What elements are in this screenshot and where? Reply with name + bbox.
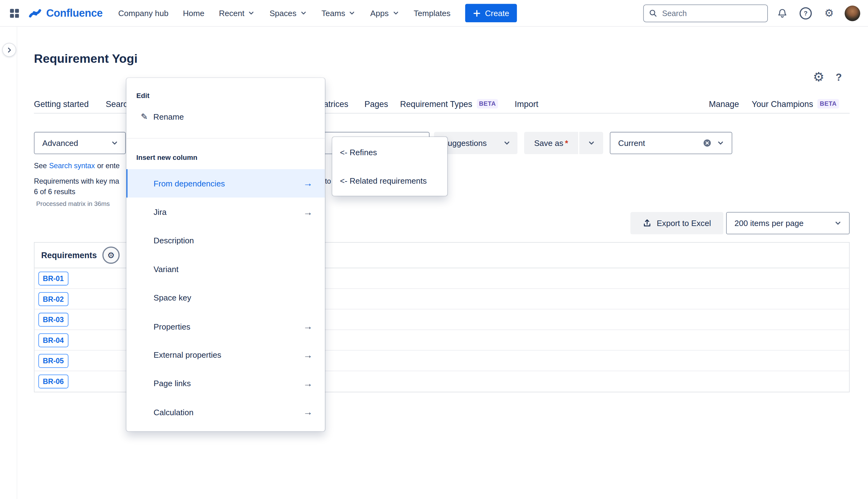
chevron-down-icon — [834, 219, 842, 227]
question-icon: ? — [800, 7, 812, 20]
gear-icon: ⚙ — [107, 251, 115, 259]
top-navigation: Confluence Company hub Home Recent Space… — [0, 0, 868, 27]
submenu-arrow-icon: → — [303, 179, 313, 188]
nav-templates[interactable]: Templates — [414, 9, 450, 17]
nav-company-hub[interactable]: Company hub — [118, 9, 169, 17]
menu-item-external-properties[interactable]: External properties→ — [126, 341, 325, 369]
page-size-select[interactable]: 200 items per page — [726, 212, 850, 234]
chevron-down-icon — [248, 10, 255, 17]
from-dependencies-submenu: <- Refines <- Related requirements — [332, 137, 448, 196]
menu-item-description[interactable]: Description — [126, 226, 325, 255]
question-icon: ? — [836, 72, 842, 83]
menu-section-edit: Edit — [136, 92, 149, 99]
tab-requirement-types[interactable]: Requirement Types BETA — [400, 99, 498, 109]
save-as-dropdown-button[interactable] — [579, 132, 603, 154]
query-summary-right: to — [325, 177, 331, 185]
chevron-down-icon — [392, 10, 399, 17]
baseline-scope-select[interactable]: Current — [610, 132, 732, 154]
tab-your-champions[interactable]: Your Champions BETA — [752, 99, 839, 109]
submenu-arrow-icon: → — [303, 407, 313, 417]
submenu-arrow-icon: → — [303, 207, 313, 217]
menu-item-properties[interactable]: Properties→ — [126, 312, 325, 341]
app-switcher-button[interactable] — [5, 4, 24, 22]
column-settings-menu: Edit ✎ Rename Insert new column From dep… — [126, 78, 325, 431]
search-syntax-hint: SeeSearch syntaxor ente — [34, 161, 120, 170]
page-settings-button[interactable]: ⚙ — [813, 71, 824, 84]
global-search[interactable] — [643, 4, 768, 22]
tab-pages[interactable]: Pages — [365, 99, 388, 109]
page-title: Requirement Yogi — [34, 52, 137, 66]
plus-icon — [473, 9, 480, 17]
gear-icon: ⚙ — [824, 8, 834, 18]
help-button[interactable]: ? — [797, 4, 815, 22]
menu-item-variant[interactable]: Variant — [126, 255, 325, 284]
search-icon — [649, 9, 657, 17]
nav-home[interactable]: Home — [183, 9, 205, 17]
requirement-key-link[interactable]: BR-02 — [38, 292, 68, 306]
gear-icon: ⚙ — [813, 70, 824, 84]
menu-item-calculation[interactable]: Calculation→ — [126, 398, 325, 427]
submenu-arrow-icon: → — [303, 350, 313, 360]
advanced-mode-select[interactable]: Advanced — [34, 132, 126, 154]
search-syntax-link[interactable]: Search syntax — [49, 161, 95, 170]
expand-sidebar-button[interactable] — [2, 43, 16, 57]
query-summary-left: Requirements with key ma — [34, 177, 119, 185]
requirement-key-link[interactable]: BR-04 — [38, 333, 68, 347]
clear-icon[interactable] — [702, 138, 712, 147]
requirement-key-link[interactable]: BR-01 — [38, 271, 68, 285]
chevron-right-icon — [5, 46, 13, 54]
confluence-app: Confluence Company hub Home Recent Space… — [0, 0, 868, 499]
profile-avatar[interactable] — [844, 5, 860, 21]
export-icon — [643, 219, 652, 228]
chevron-down-icon — [300, 10, 307, 17]
settings-button[interactable]: ⚙ — [820, 4, 838, 22]
requirement-key-link[interactable]: BR-06 — [38, 374, 68, 388]
requirement-key-link[interactable]: BR-03 — [38, 313, 68, 327]
requirements-column-header: Requirements — [41, 251, 97, 260]
confluence-logo-icon — [28, 6, 42, 21]
confluence-logo[interactable]: Confluence — [28, 6, 102, 21]
requirement-key-link[interactable]: BR-05 — [38, 354, 68, 368]
menu-item-space-key[interactable]: Space key — [126, 283, 325, 312]
column-settings-button[interactable]: ⚙ — [102, 246, 120, 264]
nav-teams[interactable]: Teams — [321, 9, 356, 17]
menu-item-list: From dependencies→ Jira→ Description Var… — [126, 169, 325, 427]
export-to-excel-button[interactable]: Export to Excel — [630, 212, 723, 234]
tab-import[interactable]: Import — [515, 99, 538, 109]
page-help-button[interactable]: ? — [836, 72, 842, 82]
required-indicator: * — [565, 138, 568, 147]
results-count: 6 of 6 results — [34, 188, 75, 196]
bell-icon — [777, 8, 788, 19]
nav-recent[interactable]: Recent — [219, 9, 255, 17]
tab-getting-started[interactable]: Getting started — [34, 99, 89, 109]
menu-item-rename[interactable]: ✎ Rename — [126, 105, 325, 128]
submenu-arrow-icon: → — [303, 322, 313, 331]
chevron-down-icon — [111, 139, 118, 147]
app-grid-icon — [10, 8, 20, 18]
pencil-icon: ✎ — [140, 112, 148, 121]
beta-badge: BETA — [477, 99, 498, 108]
chevron-down-icon — [503, 139, 511, 147]
processing-time: Processed matrix in 36ms — [36, 200, 110, 207]
confluence-logo-text: Confluence — [46, 7, 102, 20]
search-input[interactable] — [661, 8, 762, 18]
submenu-item-refines[interactable]: <- Refines — [332, 138, 448, 166]
save-as-button[interactable]: Save as * — [524, 132, 578, 154]
menu-section-insert: Insert new column — [136, 154, 197, 161]
submenu-arrow-icon: → — [303, 379, 313, 389]
chevron-down-icon — [349, 10, 356, 17]
chevron-down-icon — [717, 139, 724, 147]
chevron-down-icon — [587, 139, 595, 147]
menu-item-from-dependencies[interactable]: From dependencies→ — [126, 169, 325, 198]
tab-manage[interactable]: Manage — [709, 99, 739, 109]
notifications-button[interactable] — [773, 4, 791, 22]
menu-divider — [126, 138, 325, 138]
create-button[interactable]: Create — [465, 4, 517, 22]
nav-apps[interactable]: Apps — [370, 9, 399, 17]
submenu-item-related-requirements[interactable]: <- Related requirements — [332, 166, 448, 195]
primary-nav: Company hub Home Recent Spaces Teams App… — [118, 9, 450, 17]
menu-item-jira[interactable]: Jira→ — [126, 198, 325, 227]
sidebar-divider — [17, 27, 17, 499]
nav-spaces[interactable]: Spaces — [270, 9, 307, 17]
menu-item-page-links[interactable]: Page links→ — [126, 369, 325, 398]
